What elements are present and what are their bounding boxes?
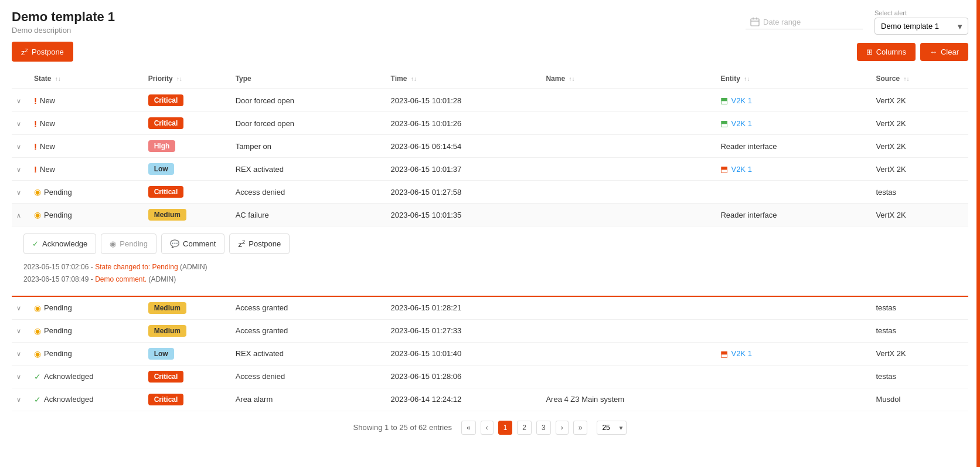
priority-badge: Critical: [148, 371, 184, 383]
expand-button[interactable]: ∨: [16, 189, 21, 196]
pagination-page-2[interactable]: 2: [517, 421, 532, 435]
exclaim-icon: !: [34, 96, 37, 106]
pagination-first-button[interactable]: «: [461, 421, 476, 435]
entity-label: [716, 296, 871, 320]
th-name: Name ↑↓: [541, 69, 716, 89]
calendar-icon: [750, 17, 760, 26]
expanded-detail-row: ✓ Acknowledge ◉ Pending 💬 Comment: [12, 226, 968, 296]
expand-button[interactable]: ∨: [16, 350, 21, 357]
expand-button[interactable]: ∨: [16, 396, 21, 403]
pending-label: Pending: [120, 239, 148, 248]
expand-button[interactable]: ∨: [16, 143, 21, 150]
entity-link[interactable]: ⬒ V2K 1: [720, 164, 751, 174]
state-label: Pending: [44, 211, 72, 219]
exclaim-icon: !: [34, 119, 37, 128]
acknowledge-label: Acknowledge: [42, 239, 87, 248]
per-page-select[interactable]: 25 50 100: [597, 421, 627, 435]
name-sort-icon[interactable]: ↑↓: [569, 76, 574, 82]
state-label: New: [40, 96, 55, 105]
log-entry: 2023-06-15 07:08:49 - Demo comment. (ADM…: [23, 273, 957, 286]
priority-sort-icon[interactable]: ↑↓: [176, 76, 182, 82]
entity-label: Reader interface: [720, 211, 777, 219]
priority-badge: Medium: [148, 209, 186, 221]
expand-button[interactable]: ∨: [16, 120, 21, 127]
expand-button[interactable]: ∨: [16, 373, 21, 380]
source-label: testas: [871, 319, 968, 342]
columns-icon: ⊞: [866, 48, 873, 56]
source-label: testas: [871, 296, 968, 320]
expand-button[interactable]: ∨: [16, 97, 21, 104]
priority-badge: Critical: [148, 394, 184, 405]
entity-link[interactable]: ⬒ V2K 1: [720, 349, 751, 358]
page-title: Demo template 1: [12, 9, 115, 25]
expand-button[interactable]: ∨: [16, 327, 21, 334]
select-alert-dropdown[interactable]: Demo template 1: [874, 18, 968, 35]
pending-button[interactable]: ◉ Pending: [101, 234, 156, 253]
columns-button[interactable]: ⊞ Columns: [857, 43, 916, 61]
time-label: 2023-06-15 10:01:26: [386, 112, 542, 135]
expand-button[interactable]: ∧: [16, 212, 21, 219]
table-row: ∨ ! New Critical Door forced open 2023-0…: [12, 112, 968, 135]
priority-badge: Critical: [148, 94, 184, 106]
name-label: [541, 296, 716, 320]
entity-sort-icon[interactable]: ↑↓: [744, 76, 750, 82]
state-label: New: [40, 119, 55, 128]
entity-link[interactable]: ⬒ V2K 1: [720, 119, 751, 128]
th-priority: Priority ↑↓: [144, 69, 231, 89]
entity-label: [716, 365, 871, 388]
name-label: [541, 342, 716, 365]
table-row: ∨ ✓ Acknowledged Critical Access denied …: [12, 365, 968, 388]
type-label: Access granted: [231, 319, 386, 342]
check-icon: ✓: [34, 395, 41, 404]
state-label: Pending: [44, 188, 72, 197]
comment-button[interactable]: 💬 Comment: [161, 234, 224, 253]
pagination-page-1[interactable]: 1: [498, 421, 513, 435]
pagination-prev-button[interactable]: ‹: [481, 421, 494, 435]
pagination-page-3[interactable]: 3: [536, 421, 551, 435]
type-label: Door forced open: [231, 112, 386, 135]
type-label: Access granted: [231, 296, 386, 320]
postpone-button[interactable]: zz Postpone: [229, 234, 290, 253]
log-action: State changed to: Pending: [95, 263, 178, 271]
state-label: Pending: [44, 349, 72, 358]
alerts-table-container: State ↑↓ Priority ↑↓ Type Time ↑↓ Name ↑…: [12, 69, 968, 411]
pagination-last-button[interactable]: »: [573, 421, 588, 435]
state-sort-icon[interactable]: ↑↓: [55, 76, 61, 82]
action-buttons: ✓ Acknowledge ◉ Pending 💬 Comment: [23, 234, 957, 253]
state-label: Pending: [44, 326, 72, 335]
source-label: Musdol: [871, 388, 968, 411]
state-label: New: [40, 142, 55, 151]
name-label: [541, 319, 716, 342]
entity-label: Reader interface: [720, 142, 777, 151]
acknowledge-button[interactable]: ✓ Acknowledge: [23, 234, 96, 253]
priority-badge: Medium: [148, 302, 186, 314]
th-expand: [12, 69, 29, 89]
priority-badge: Low: [148, 348, 174, 360]
expand-button[interactable]: ∨: [16, 166, 21, 173]
date-range-placeholder: Date range: [763, 18, 801, 26]
log-entry: 2023-06-15 07:02:06 - State changed to: …: [23, 261, 957, 274]
type-label: Door forced open: [231, 89, 386, 112]
log-entries: 2023-06-15 07:02:06 - State changed to: …: [23, 261, 957, 286]
time-label: 2023-06-15 06:14:54: [386, 135, 542, 158]
type-label: Access denied: [231, 181, 386, 204]
door-icon: ⬒: [720, 164, 728, 174]
date-range-input[interactable]: Date range: [746, 15, 863, 29]
time-label: 2023-06-15 01:27:33: [386, 319, 542, 342]
postpone-main-label: Postpone: [32, 48, 64, 56]
postpone-main-button[interactable]: zz Postpone: [12, 42, 73, 62]
pagination-next-button[interactable]: ›: [556, 421, 569, 435]
type-label: Area alarm: [231, 388, 386, 411]
time-label: 2023-06-15 10:01:40: [386, 342, 542, 365]
expand-button[interactable]: ∨: [16, 304, 21, 312]
pagination-info: Showing 1 to 25 of 62 entries: [353, 423, 452, 432]
source-sort-icon[interactable]: ↑↓: [903, 76, 909, 82]
source-label: testas: [871, 181, 968, 204]
th-entity: Entity ↑↓: [716, 69, 871, 89]
entity-label: [716, 181, 871, 204]
table-header-row: State ↑↓ Priority ↑↓ Type Time ↑↓ Name ↑…: [12, 69, 968, 89]
table-row: ∨ ◉ Pending Medium Access granted 2023-0…: [12, 296, 968, 320]
clear-button[interactable]: ↔ Clear: [920, 43, 968, 61]
entity-link[interactable]: ⬒ V2K 1: [720, 96, 751, 105]
time-sort-icon[interactable]: ↑↓: [411, 76, 417, 82]
